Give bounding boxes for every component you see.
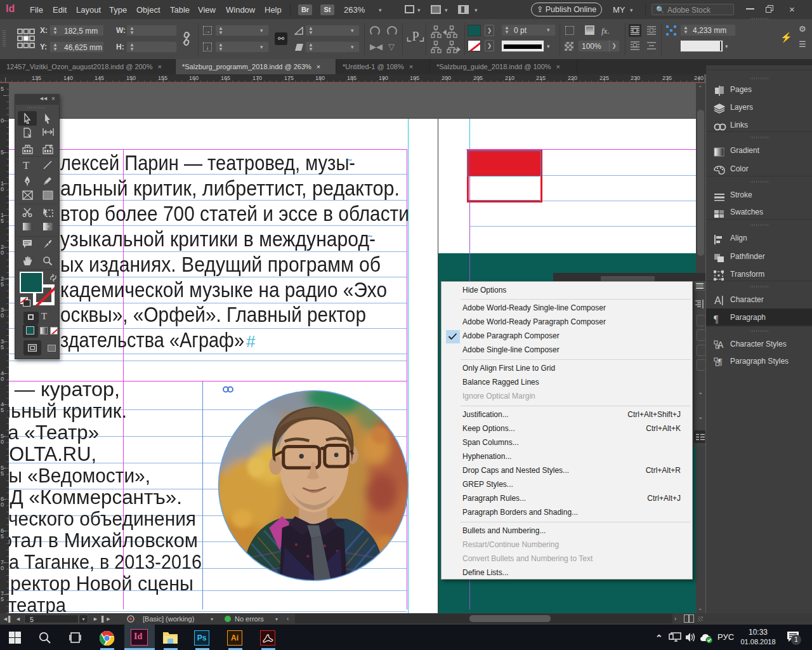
- svg-text:A: A: [714, 295, 721, 306]
- svg-text:¶: ¶: [714, 314, 719, 324]
- svg-text:T: T: [23, 160, 30, 170]
